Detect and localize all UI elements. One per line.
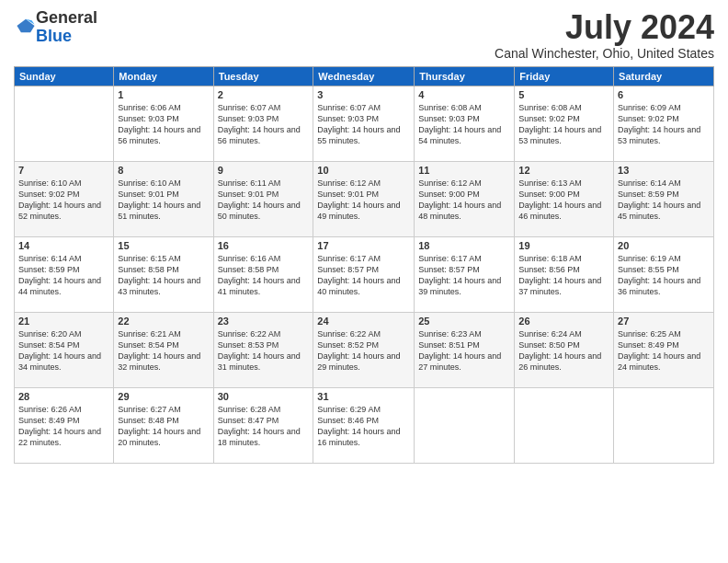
cell-date: 10	[317, 165, 410, 176]
calendar-cell: 6Sunrise: 6:09 AM Sunset: 9:02 PM Daylig…	[614, 86, 714, 161]
cell-date: 24	[317, 316, 410, 327]
cell-info: Sunrise: 6:14 AM Sunset: 8:59 PM Dayligh…	[18, 253, 109, 298]
cell-date: 5	[518, 89, 609, 100]
week-row-0: 1Sunrise: 6:06 AM Sunset: 9:03 PM Daylig…	[15, 86, 714, 161]
cell-date: 7	[18, 165, 109, 176]
calendar-cell: 7Sunrise: 6:10 AM Sunset: 9:02 PM Daylig…	[15, 161, 114, 236]
calendar-cell: 22Sunrise: 6:21 AM Sunset: 8:54 PM Dayli…	[114, 312, 213, 387]
calendar-cell: 17Sunrise: 6:17 AM Sunset: 8:57 PM Dayli…	[313, 236, 415, 312]
cell-info: Sunrise: 6:17 AM Sunset: 8:57 PM Dayligh…	[418, 253, 510, 298]
cell-info: Sunrise: 6:18 AM Sunset: 8:56 PM Dayligh…	[518, 253, 609, 298]
cell-date: 17	[317, 240, 410, 251]
calendar-cell: 28Sunrise: 6:26 AM Sunset: 8:49 PM Dayli…	[15, 387, 114, 463]
logo-blue: Blue	[36, 27, 72, 45]
cell-date: 20	[618, 240, 710, 251]
cell-date: 9	[218, 165, 310, 176]
cell-date: 31	[317, 391, 410, 402]
cell-date: 15	[118, 240, 209, 251]
calendar-cell: 24Sunrise: 6:22 AM Sunset: 8:52 PM Dayli…	[313, 312, 415, 387]
calendar-cell: 1Sunrise: 6:06 AM Sunset: 9:03 PM Daylig…	[114, 86, 213, 161]
cell-info: Sunrise: 6:22 AM Sunset: 8:53 PM Dayligh…	[218, 328, 310, 373]
calendar-cell: 13Sunrise: 6:14 AM Sunset: 8:59 PM Dayli…	[614, 161, 714, 236]
cell-date: 4	[418, 89, 510, 100]
cell-info: Sunrise: 6:26 AM Sunset: 8:49 PM Dayligh…	[18, 404, 109, 449]
calendar-cell: 19Sunrise: 6:18 AM Sunset: 8:56 PM Dayli…	[515, 236, 614, 312]
cell-date: 27	[618, 316, 710, 327]
week-row-3: 21Sunrise: 6:20 AM Sunset: 8:54 PM Dayli…	[15, 312, 714, 387]
cell-info: Sunrise: 6:09 AM Sunset: 9:02 PM Dayligh…	[618, 102, 710, 147]
calendar-cell	[515, 387, 614, 463]
calendar-cell: 18Sunrise: 6:17 AM Sunset: 8:57 PM Dayli…	[415, 236, 515, 312]
calendar-cell: 21Sunrise: 6:20 AM Sunset: 8:54 PM Dayli…	[15, 312, 114, 387]
calendar-cell: 16Sunrise: 6:16 AM Sunset: 8:58 PM Dayli…	[213, 236, 313, 312]
calendar-cell: 10Sunrise: 6:12 AM Sunset: 9:01 PM Dayli…	[313, 161, 415, 236]
cell-date: 22	[118, 316, 209, 327]
cell-date: 18	[418, 240, 510, 251]
cell-info: Sunrise: 6:07 AM Sunset: 9:03 PM Dayligh…	[317, 102, 410, 147]
calendar-cell	[15, 86, 114, 161]
calendar-cell: 29Sunrise: 6:27 AM Sunset: 8:48 PM Dayli…	[114, 387, 213, 463]
day-header-tuesday: Tuesday	[213, 66, 313, 86]
cell-info: Sunrise: 6:08 AM Sunset: 9:02 PM Dayligh…	[518, 102, 609, 147]
logo-icon	[16, 17, 36, 34]
title-block: July 2024 Canal Winchester, Ohio, United…	[495, 9, 714, 61]
calendar-cell: 15Sunrise: 6:15 AM Sunset: 8:58 PM Dayli…	[114, 236, 213, 312]
cell-date: 16	[218, 240, 310, 251]
calendar-cell: 27Sunrise: 6:25 AM Sunset: 8:49 PM Dayli…	[614, 312, 714, 387]
logo-text: General Blue	[36, 9, 97, 46]
cell-info: Sunrise: 6:14 AM Sunset: 8:59 PM Dayligh…	[618, 178, 710, 223]
calendar-cell: 12Sunrise: 6:13 AM Sunset: 9:00 PM Dayli…	[515, 161, 614, 236]
cell-info: Sunrise: 6:20 AM Sunset: 8:54 PM Dayligh…	[18, 328, 109, 373]
calendar-cell: 31Sunrise: 6:29 AM Sunset: 8:46 PM Dayli…	[313, 387, 415, 463]
cell-info: Sunrise: 6:16 AM Sunset: 8:58 PM Dayligh…	[218, 253, 310, 298]
cell-date: 8	[118, 165, 209, 176]
calendar-cell: 9Sunrise: 6:11 AM Sunset: 9:01 PM Daylig…	[213, 161, 313, 236]
cell-date: 3	[317, 89, 410, 100]
day-header-wednesday: Wednesday	[313, 66, 415, 86]
cell-date: 2	[218, 89, 310, 100]
day-header-sunday: Sunday	[15, 66, 114, 86]
cell-info: Sunrise: 6:25 AM Sunset: 8:49 PM Dayligh…	[618, 328, 710, 373]
month-title: July 2024	[495, 9, 714, 46]
cell-info: Sunrise: 6:07 AM Sunset: 9:03 PM Dayligh…	[218, 102, 310, 147]
calendar-cell: 26Sunrise: 6:24 AM Sunset: 8:50 PM Dayli…	[515, 312, 614, 387]
day-header-row: SundayMondayTuesdayWednesdayThursdayFrid…	[15, 66, 714, 86]
day-header-saturday: Saturday	[614, 66, 714, 86]
cell-info: Sunrise: 6:10 AM Sunset: 9:02 PM Dayligh…	[18, 178, 109, 223]
logo: General Blue	[14, 9, 97, 46]
week-row-4: 28Sunrise: 6:26 AM Sunset: 8:49 PM Dayli…	[15, 387, 714, 463]
cell-date: 25	[418, 316, 510, 327]
cell-info: Sunrise: 6:27 AM Sunset: 8:48 PM Dayligh…	[118, 404, 209, 449]
cell-date: 1	[118, 89, 209, 100]
cell-info: Sunrise: 6:29 AM Sunset: 8:46 PM Dayligh…	[317, 404, 410, 449]
calendar-cell: 5Sunrise: 6:08 AM Sunset: 9:02 PM Daylig…	[515, 86, 614, 161]
cell-info: Sunrise: 6:12 AM Sunset: 9:00 PM Dayligh…	[418, 178, 510, 223]
cell-info: Sunrise: 6:11 AM Sunset: 9:01 PM Dayligh…	[218, 178, 310, 223]
calendar-table: SundayMondayTuesdayWednesdayThursdayFrid…	[14, 66, 714, 464]
day-header-thursday: Thursday	[415, 66, 515, 86]
calendar-cell	[415, 387, 515, 463]
cell-date: 29	[118, 391, 209, 402]
calendar-cell: 8Sunrise: 6:10 AM Sunset: 9:01 PM Daylig…	[114, 161, 213, 236]
cell-info: Sunrise: 6:22 AM Sunset: 8:52 PM Dayligh…	[317, 328, 410, 373]
calendar-cell: 3Sunrise: 6:07 AM Sunset: 9:03 PM Daylig…	[313, 86, 415, 161]
calendar-page: General Blue July 2024 Canal Winchester,…	[0, 0, 728, 563]
cell-info: Sunrise: 6:17 AM Sunset: 8:57 PM Dayligh…	[317, 253, 410, 298]
cell-date: 19	[518, 240, 609, 251]
cell-info: Sunrise: 6:08 AM Sunset: 9:03 PM Dayligh…	[418, 102, 510, 147]
cell-date: 6	[618, 89, 710, 100]
cell-date: 28	[18, 391, 109, 402]
calendar-cell: 25Sunrise: 6:23 AM Sunset: 8:51 PM Dayli…	[415, 312, 515, 387]
cell-date: 23	[218, 316, 310, 327]
cell-info: Sunrise: 6:19 AM Sunset: 8:55 PM Dayligh…	[618, 253, 710, 298]
cell-date: 11	[418, 165, 510, 176]
cell-info: Sunrise: 6:15 AM Sunset: 8:58 PM Dayligh…	[118, 253, 209, 298]
header: General Blue July 2024 Canal Winchester,…	[14, 9, 714, 61]
calendar-cell	[614, 387, 714, 463]
cell-info: Sunrise: 6:21 AM Sunset: 8:54 PM Dayligh…	[118, 328, 209, 373]
cell-date: 13	[618, 165, 710, 176]
calendar-cell: 4Sunrise: 6:08 AM Sunset: 9:03 PM Daylig…	[415, 86, 515, 161]
calendar-cell: 14Sunrise: 6:14 AM Sunset: 8:59 PM Dayli…	[15, 236, 114, 312]
week-row-1: 7Sunrise: 6:10 AM Sunset: 9:02 PM Daylig…	[15, 161, 714, 236]
week-row-2: 14Sunrise: 6:14 AM Sunset: 8:59 PM Dayli…	[15, 236, 714, 312]
